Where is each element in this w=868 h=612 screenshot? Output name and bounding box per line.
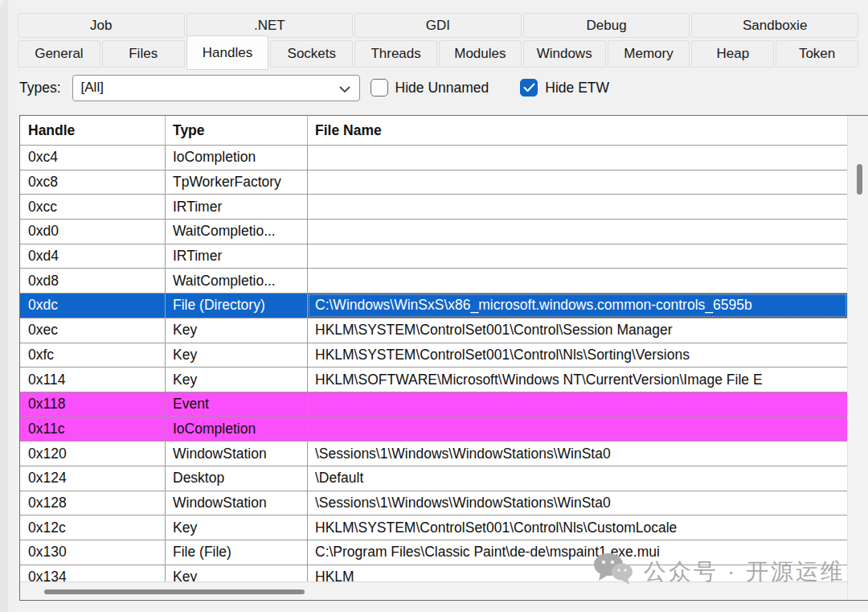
tab-strip-bottom: GeneralFilesHandlesSocketsThreadsModules… xyxy=(18,40,858,68)
tab-token[interactable]: Token xyxy=(776,40,858,68)
type-cell: Desktop xyxy=(166,466,308,491)
table-row[interactable]: 0xd8WaitCompletio... xyxy=(20,269,847,294)
table-row[interactable]: 0x114KeyHKLM\SOFTWARE\Microsoft\Windows … xyxy=(20,368,847,392)
type-cell: Key xyxy=(166,368,308,392)
handle-cell: 0x130 xyxy=(20,540,166,565)
type-cell: Key xyxy=(166,565,308,581)
tab-threads[interactable]: Threads xyxy=(354,40,437,68)
filename-cell: HKLM\SYSTEM\ControlSet001\Control\Nls\Cu… xyxy=(308,515,847,540)
filename-cell: \Sessions\1\Windows\WindowStations\WinSt… xyxy=(308,442,847,466)
tab-debug[interactable]: Debug xyxy=(523,13,690,38)
table-row[interactable]: 0xc8TpWorkerFactory xyxy=(20,170,847,195)
filename-cell: HKLM\SOFTWARE\Microsoft\Windows NT\Curre… xyxy=(308,368,847,392)
handle-cell: 0xd0 xyxy=(20,220,166,244)
handles-table-panel: Handle Type File Name 0xc4IoCompletion0x… xyxy=(19,115,868,601)
table-row[interactable]: 0xd4IRTimer xyxy=(20,244,847,269)
table-row[interactable]: 0x120WindowStation\Sessions\1\Windows\Wi… xyxy=(20,442,847,466)
table-row[interactable]: 0xccIRTimer xyxy=(20,195,847,220)
filename-cell: C:\Program Files\Classic Paint\de-de\msp… xyxy=(308,540,847,565)
types-dropdown[interactable]: [All] xyxy=(72,75,360,101)
filter-bar: Types: [All] Hide Unnamed Hide ETW xyxy=(19,72,858,103)
table-header: Handle Type File Name xyxy=(20,116,847,146)
table-row[interactable]: 0x128WindowStation\Sessions\1\Windows\Wi… xyxy=(20,491,847,516)
filename-cell: HKLM\SYSTEM\ControlSet001\Control\Sessio… xyxy=(308,318,847,343)
handle-cell: 0xd8 xyxy=(20,269,166,293)
table-row[interactable]: 0x124Desktop\Default xyxy=(20,466,847,491)
tab-strip-top: Job.NETGDIDebugSandboxie xyxy=(18,13,858,38)
handle-cell: 0x124 xyxy=(20,466,166,491)
tab-general[interactable]: General xyxy=(18,40,100,68)
type-cell: WindowStation xyxy=(166,442,308,466)
table-row[interactable]: 0xdcFile (Directory)C:\Windows\WinSxS\x8… xyxy=(20,294,847,318)
table-row[interactable]: 0x118Event xyxy=(20,392,847,417)
handle-cell: 0x128 xyxy=(20,491,166,515)
handle-cell: 0xec xyxy=(20,318,166,343)
handle-cell: 0x12c xyxy=(20,515,166,540)
tab-net[interactable]: .NET xyxy=(186,13,354,38)
type-cell: IoCompletion xyxy=(166,417,308,442)
type-cell: WaitCompletio... xyxy=(166,269,308,293)
tab-job[interactable]: Job xyxy=(18,13,185,38)
filename-cell: C:\Windows\WinSxS\x86_microsoft.windows.… xyxy=(308,294,847,318)
tab-files[interactable]: Files xyxy=(102,40,185,68)
table-row[interactable]: 0xecKeyHKLM\SYSTEM\ControlSet001\Control… xyxy=(20,318,847,343)
handle-cell: 0xdc xyxy=(20,294,166,318)
handle-cell: 0xc4 xyxy=(20,146,166,170)
table-row[interactable]: 0xd0WaitCompletio... xyxy=(20,220,847,244)
handle-cell: 0xc8 xyxy=(20,170,166,195)
hide-etw-label: Hide ETW xyxy=(545,80,609,97)
properties-window: Job.NETGDIDebugSandboxie GeneralFilesHan… xyxy=(0,0,868,612)
type-cell: Event xyxy=(166,392,308,417)
handle-cell: 0xfc xyxy=(20,343,166,368)
handle-cell: 0x134 xyxy=(20,565,166,581)
table-row[interactable]: 0xfcKeyHKLM\SYSTEM\ControlSet001\Control… xyxy=(20,343,847,368)
filename-cell xyxy=(308,195,847,219)
filename-cell: HKLM xyxy=(308,565,847,581)
column-header-type[interactable]: Type xyxy=(166,116,308,145)
type-cell: File (File) xyxy=(166,540,308,565)
hide-etw-checkbox[interactable] xyxy=(520,79,538,97)
filename-cell: \Sessions\1\Windows\WindowStations\WinSt… xyxy=(308,491,847,515)
vertical-scrollbar-thumb[interactable] xyxy=(857,164,862,195)
handle-cell: 0x11c xyxy=(20,417,166,442)
column-header-handle[interactable]: Handle xyxy=(20,116,166,145)
table-body: 0xc4IoCompletion0xc8TpWorkerFactory0xccI… xyxy=(20,146,847,581)
horizontal-scrollbar-thumb[interactable] xyxy=(44,589,305,594)
type-cell: IRTimer xyxy=(166,244,308,269)
type-cell: File (Directory) xyxy=(166,294,308,318)
type-cell: Key xyxy=(166,343,308,368)
tab-windows[interactable]: Windows xyxy=(523,40,606,68)
table-row[interactable]: 0x11cIoCompletion xyxy=(20,417,847,442)
handle-cell: 0xd4 xyxy=(20,244,166,269)
filename-cell xyxy=(308,417,847,442)
table-row[interactable]: 0xc4IoCompletion xyxy=(20,146,847,170)
types-dropdown-value: [All] xyxy=(81,80,104,96)
hide-unnamed-checkbox[interactable] xyxy=(371,79,388,97)
handle-cell: 0xcc xyxy=(20,195,166,219)
column-header-filename[interactable]: File Name xyxy=(308,116,847,145)
handle-cell: 0x118 xyxy=(20,392,166,417)
horizontal-scrollbar[interactable] xyxy=(20,581,847,600)
table-row[interactable]: 0x12cKeyHKLM\SYSTEM\ControlSet001\Contro… xyxy=(20,515,847,540)
tab-sandboxie[interactable]: Sandboxie xyxy=(691,13,858,38)
filename-cell xyxy=(308,244,847,269)
filename-cell xyxy=(308,146,847,170)
type-cell: IRTimer xyxy=(166,195,308,219)
filename-cell: HKLM\SYSTEM\ControlSet001\Control\Nls\So… xyxy=(308,343,847,368)
types-label: Types: xyxy=(19,80,61,97)
table-row[interactable]: 0x130File (File)C:\Program Files\Classic… xyxy=(20,540,847,565)
hide-unnamed-label: Hide Unnamed xyxy=(395,80,489,97)
filename-cell xyxy=(308,220,847,244)
table-row[interactable]: 0x134KeyHKLM xyxy=(20,565,847,581)
type-cell: Key xyxy=(166,318,308,343)
filename-cell xyxy=(308,392,847,417)
tab-sockets[interactable]: Sockets xyxy=(270,40,353,68)
type-cell: TpWorkerFactory xyxy=(166,170,308,195)
tab-modules[interactable]: Modules xyxy=(439,40,522,68)
tab-handles[interactable]: Handles xyxy=(186,35,269,70)
vertical-scrollbar[interactable] xyxy=(847,116,868,600)
filename-cell xyxy=(308,170,847,195)
tab-memory[interactable]: Memory xyxy=(608,40,690,68)
tab-heap[interactable]: Heap xyxy=(691,40,774,68)
tab-gdi[interactable]: GDI xyxy=(354,13,522,38)
